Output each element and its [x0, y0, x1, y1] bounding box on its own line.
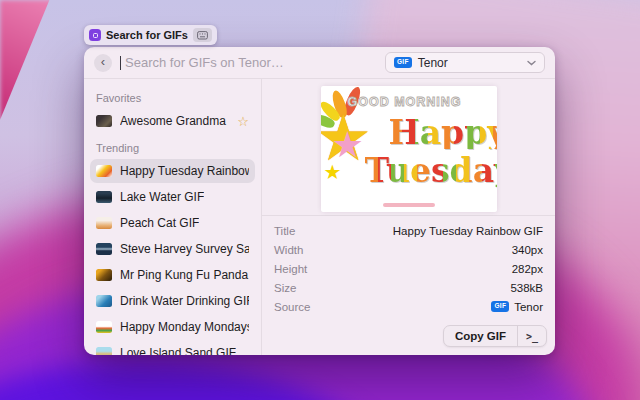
gif-text-happy: Happy: [389, 116, 497, 149]
command-title: Search for GIFs: [106, 29, 188, 41]
launcher-command-pill[interactable]: Search for GIFs: [84, 25, 217, 45]
search-input[interactable]: [125, 55, 377, 70]
extension-icon: [89, 29, 101, 41]
list-item-label: Mr Ping Kung Fu Panda GIF: [120, 268, 249, 282]
meta-label: Width: [274, 244, 303, 256]
meta-row-title: Title Happy Tuesday Rainbow GIF: [274, 221, 543, 240]
search-bar: ‹ GIF Tenor: [84, 47, 555, 79]
meta-value: 282px: [512, 263, 543, 275]
section-title-favorites: Favorites: [96, 92, 249, 104]
gif-preview-image: GOOD MORNING ★ ★ ★ Happy Tuesday: [321, 86, 497, 212]
list-item-label: Drink Water Drinking GIF: [120, 294, 249, 308]
gif-thumbnail: [96, 321, 112, 333]
keyboard-icon: [193, 28, 212, 42]
gif-search-window: ‹ GIF Tenor Favorites Awesome Grandma GI…: [84, 47, 555, 355]
source-dropdown[interactable]: GIF Tenor: [385, 52, 545, 73]
meta-value: Happy Tuesday Rainbow GIF: [393, 225, 543, 237]
meta-label: Height: [274, 263, 307, 275]
gif-thumbnail: [96, 243, 112, 255]
list-item-drink-water[interactable]: Drink Water Drinking GIF: [90, 289, 255, 313]
list-item-label: Awesome Grandma GIF: [120, 114, 229, 128]
preview-pane: GOOD MORNING ★ ★ ★ Happy Tuesday Title H…: [262, 79, 555, 355]
gif-source-icon: GIF: [394, 57, 412, 68]
copy-gif-button[interactable]: Copy GIF: [444, 326, 517, 346]
favorite-star-icon: ☆: [237, 115, 249, 128]
list-item-awesome-grandma[interactable]: Awesome Grandma GIF ☆: [90, 109, 255, 133]
list-item-label: Steve Harvey Survey Says GIF: [120, 242, 249, 256]
list-item-label: Peach Cat GIF: [120, 216, 199, 230]
list-item-peach-cat[interactable]: Peach Cat GIF: [90, 211, 255, 235]
list-item-label: Happy Tuesday Rainbow GIF: [120, 164, 249, 178]
action-button-group: Copy GIF >_: [443, 325, 547, 347]
gif-thumbnail: [96, 191, 112, 203]
meta-row-size: Size 538kB: [274, 278, 543, 297]
star-icon: ★: [332, 127, 364, 163]
gif-thumbnail: [96, 347, 112, 355]
list-item-label: Lake Water GIF: [120, 190, 204, 204]
text-caret: [120, 56, 121, 70]
gif-thumbnail: [96, 115, 112, 127]
meta-row-source: Source GIF Tenor: [274, 297, 543, 316]
list-item-label: Love Island Sand GIF: [120, 346, 236, 355]
wallpaper-corner-shape: [0, 0, 95, 120]
star-icon: ★: [324, 162, 342, 182]
source-name: Tenor: [514, 301, 543, 313]
desktop-wallpaper: Search for GIFs ‹ GIF Tenor Favorites A: [0, 0, 640, 400]
meta-label: Source: [274, 301, 310, 313]
list-item-lake-water[interactable]: Lake Water GIF: [90, 185, 255, 209]
gif-preview-stage: GOOD MORNING ★ ★ ★ Happy Tuesday: [262, 79, 555, 215]
section-title-trending: Trending: [96, 142, 249, 154]
metadata-panel: Title Happy Tuesday Rainbow GIF Width 34…: [262, 215, 555, 318]
list-item-love-island[interactable]: Love Island Sand GIF: [90, 341, 255, 355]
chevron-down-icon: [527, 60, 536, 66]
meta-row-height: Height 282px: [274, 259, 543, 278]
gif-thumbnail: [96, 295, 112, 307]
meta-row-width: Width 340px: [274, 240, 543, 259]
meta-label: Size: [274, 282, 296, 294]
meta-label: Title: [274, 225, 295, 237]
list-item-label: Happy Monday Mondays GIF: [120, 320, 249, 334]
gif-thumbnail: [96, 269, 112, 281]
meta-value: GIF Tenor: [491, 301, 543, 313]
list-item-happy-monday[interactable]: Happy Monday Mondays GIF: [90, 315, 255, 339]
gif-watermark: [383, 203, 435, 207]
list-item-happy-tuesday[interactable]: Happy Tuesday Rainbow GIF: [90, 159, 255, 183]
back-button[interactable]: ‹: [94, 54, 112, 72]
meta-value: 340px: [512, 244, 543, 256]
back-chevron-icon: ‹: [101, 55, 105, 68]
results-sidebar: Favorites Awesome Grandma GIF ☆ Trending…: [84, 79, 262, 355]
wallpaper-violet-wave: [0, 360, 420, 400]
meta-value: 538kB: [510, 282, 543, 294]
gif-source-icon: GIF: [491, 301, 509, 312]
list-item-mr-ping[interactable]: Mr Ping Kung Fu Panda GIF: [90, 263, 255, 287]
gif-thumbnail: [96, 217, 112, 229]
gif-text-tuesday: Tuesday: [365, 154, 497, 187]
terminal-icon[interactable]: >_: [518, 326, 546, 346]
gif-thumbnail: [96, 165, 112, 177]
source-dropdown-value: Tenor: [418, 56, 521, 70]
list-item-steve-harvey[interactable]: Steve Harvey Survey Says GIF: [90, 237, 255, 261]
action-footer: Copy GIF >_: [262, 325, 555, 355]
